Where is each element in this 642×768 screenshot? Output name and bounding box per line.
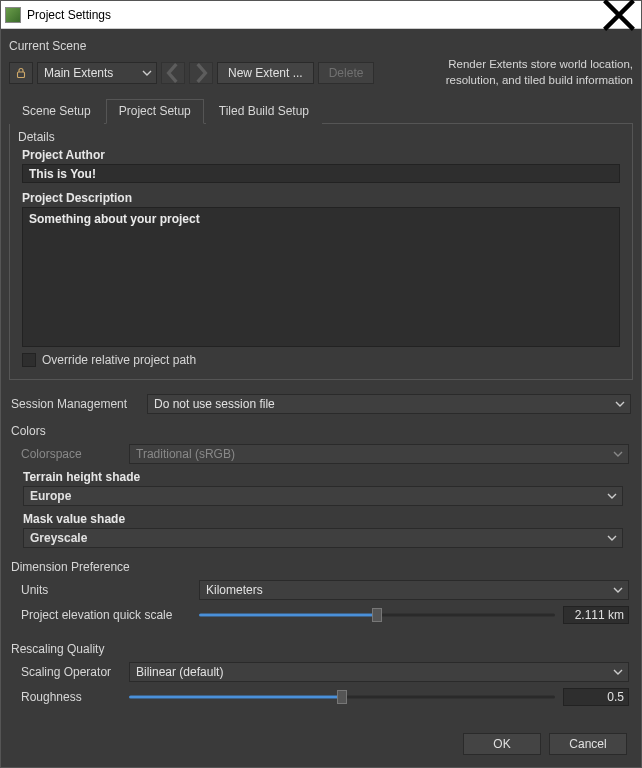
roughness-row: Roughness 0.5 — [21, 688, 629, 706]
terrain-shade-label: Terrain height shade — [23, 470, 627, 484]
cancel-button[interactable]: Cancel — [549, 733, 627, 755]
slider-thumb[interactable] — [372, 608, 382, 622]
terrain-shade-select[interactable]: Europe — [23, 486, 623, 506]
delete-extent-button: Delete — [318, 62, 375, 84]
mask-shade-label: Mask value shade — [23, 512, 627, 526]
elevation-scale-slider[interactable] — [199, 607, 555, 623]
extent-select[interactable]: Main Extents — [37, 62, 157, 84]
author-input[interactable] — [22, 164, 620, 183]
app-icon — [5, 7, 21, 23]
scaling-operator-select[interactable]: Bilinear (default) — [129, 662, 629, 682]
scaling-operator-value: Bilinear (default) — [136, 665, 223, 679]
tab-project-setup[interactable]: Project Setup — [106, 99, 204, 124]
colorspace-select-value: Traditional (sRGB) — [136, 447, 235, 461]
chevron-down-icon — [613, 585, 623, 595]
details-group: Details Project Author Project Descripti… — [9, 124, 633, 380]
author-label: Project Author — [22, 148, 624, 162]
chevron-right-icon — [190, 62, 212, 84]
rescaling-group: Rescaling Quality Scaling Operator Bilin… — [9, 638, 633, 720]
units-select[interactable]: Kilometers — [199, 580, 629, 600]
description-label: Project Description — [22, 191, 624, 205]
mask-shade-select[interactable]: Greyscale — [23, 528, 623, 548]
override-path-row: Override relative project path — [22, 353, 620, 367]
tabs: Scene Setup Project Setup Tiled Build Se… — [9, 98, 633, 124]
scaling-operator-label: Scaling Operator — [21, 665, 121, 679]
lock-extent-button[interactable] — [9, 62, 33, 84]
tab-tiled-build-setup[interactable]: Tiled Build Setup — [206, 99, 322, 124]
extent-select-value: Main Extents — [44, 66, 113, 80]
close-button[interactable] — [601, 1, 637, 28]
dimension-group: Dimension Preference Units Kilometers Pr… — [9, 556, 633, 638]
dimension-title: Dimension Preference — [11, 560, 631, 574]
chevron-down-icon — [607, 491, 617, 501]
close-icon — [601, 0, 637, 33]
terrain-shade-value: Europe — [30, 489, 71, 503]
rescaling-title: Rescaling Quality — [11, 642, 631, 656]
colors-group: Colors Colorspace Traditional (sRGB) Ter… — [9, 420, 633, 556]
current-scene-label: Current Scene — [9, 39, 633, 53]
units-label: Units — [21, 583, 191, 597]
window-title: Project Settings — [27, 8, 601, 22]
override-path-checkbox[interactable] — [22, 353, 36, 367]
details-title: Details — [18, 130, 624, 144]
elevation-scale-row: Project elevation quick scale 2.111 km — [21, 606, 629, 624]
roughness-value[interactable]: 0.5 — [563, 688, 629, 706]
session-label: Session Management — [11, 397, 139, 411]
project-settings-window: Project Settings Current Scene Main Exte… — [0, 0, 642, 768]
slider-fill — [199, 614, 377, 617]
chevron-down-icon — [607, 533, 617, 543]
ok-button[interactable]: OK — [463, 733, 541, 755]
slider-fill — [129, 696, 342, 699]
roughness-slider[interactable] — [129, 689, 555, 705]
titlebar: Project Settings — [1, 1, 641, 29]
colors-title: Colors — [11, 424, 631, 438]
session-row: Session Management Do not use session fi… — [11, 394, 631, 414]
elevation-scale-label: Project elevation quick scale — [21, 608, 191, 622]
chevron-left-icon — [162, 62, 184, 84]
chevron-down-icon — [613, 667, 623, 677]
extent-toolbar: Main Extents New Extent ... Delete Rende… — [9, 57, 633, 88]
prev-extent-button[interactable] — [161, 62, 185, 84]
tab-scene-setup[interactable]: Scene Setup — [9, 99, 104, 124]
lock-icon — [15, 67, 27, 79]
roughness-label: Roughness — [21, 690, 121, 704]
extent-hint: Render Extents store world location, res… — [446, 57, 633, 88]
session-select-value: Do not use session file — [154, 397, 275, 411]
slider-thumb[interactable] — [337, 690, 347, 704]
svg-rect-0 — [18, 72, 25, 78]
new-extent-button[interactable]: New Extent ... — [217, 62, 314, 84]
chevron-down-icon — [142, 68, 152, 78]
override-path-label: Override relative project path — [42, 353, 196, 367]
chevron-down-icon — [613, 449, 623, 459]
description-input[interactable]: Something about your project — [22, 207, 620, 347]
elevation-scale-value[interactable]: 2.111 km — [563, 606, 629, 624]
next-extent-button[interactable] — [189, 62, 213, 84]
scaling-operator-row: Scaling Operator Bilinear (default) — [21, 662, 629, 682]
dialog-footer: OK Cancel — [9, 727, 633, 759]
colorspace-select: Traditional (sRGB) — [129, 444, 629, 464]
colorspace-label: Colorspace — [21, 447, 121, 461]
units-row: Units Kilometers — [21, 580, 629, 600]
mask-shade-value: Greyscale — [30, 531, 87, 545]
session-select[interactable]: Do not use session file — [147, 394, 631, 414]
colorspace-row: Colorspace Traditional (sRGB) — [13, 444, 629, 464]
units-select-value: Kilometers — [206, 583, 263, 597]
chevron-down-icon — [615, 399, 625, 409]
